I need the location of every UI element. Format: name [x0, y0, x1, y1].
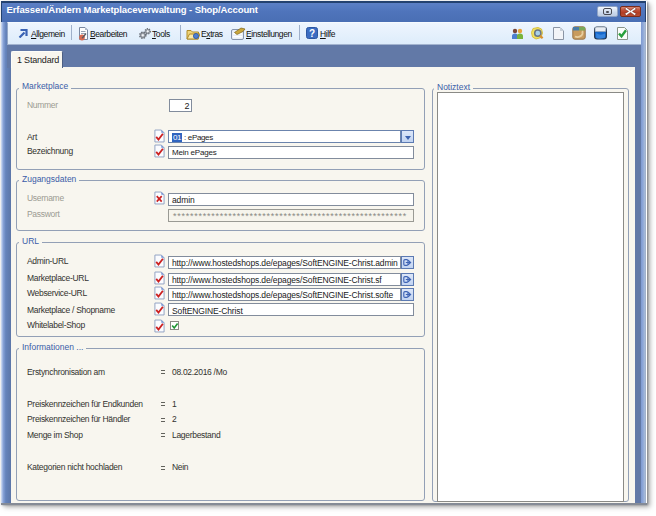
svg-text:?: ?: [309, 28, 315, 39]
